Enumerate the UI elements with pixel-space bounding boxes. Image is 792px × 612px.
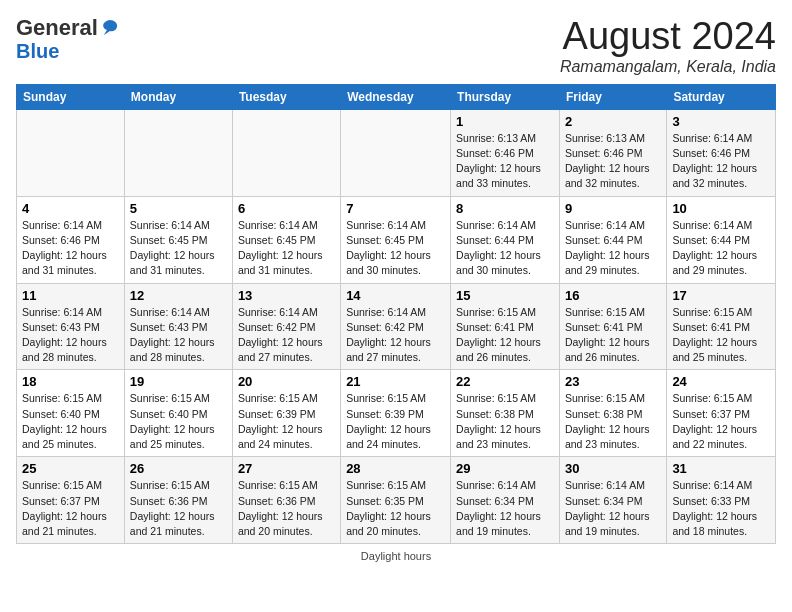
col-header-thursday: Thursday: [451, 84, 560, 109]
day-info: Sunrise: 6:15 AM Sunset: 6:39 PM Dayligh…: [238, 391, 335, 452]
day-number: 17: [672, 288, 770, 303]
calendar-cell: 5Sunrise: 6:14 AM Sunset: 6:45 PM Daylig…: [124, 196, 232, 283]
day-info: Sunrise: 6:15 AM Sunset: 6:40 PM Dayligh…: [22, 391, 119, 452]
calendar-table: SundayMondayTuesdayWednesdayThursdayFrid…: [16, 84, 776, 544]
day-info: Sunrise: 6:14 AM Sunset: 6:45 PM Dayligh…: [346, 218, 445, 279]
calendar-cell: 4Sunrise: 6:14 AM Sunset: 6:46 PM Daylig…: [17, 196, 125, 283]
calendar-cell: 26Sunrise: 6:15 AM Sunset: 6:36 PM Dayli…: [124, 457, 232, 544]
calendar-cell: 21Sunrise: 6:15 AM Sunset: 6:39 PM Dayli…: [341, 370, 451, 457]
calendar-cell: 1Sunrise: 6:13 AM Sunset: 6:46 PM Daylig…: [451, 109, 560, 196]
day-number: 29: [456, 461, 554, 476]
calendar-cell: 27Sunrise: 6:15 AM Sunset: 6:36 PM Dayli…: [232, 457, 340, 544]
day-info: Sunrise: 6:14 AM Sunset: 6:34 PM Dayligh…: [456, 478, 554, 539]
calendar-week-5: 25Sunrise: 6:15 AM Sunset: 6:37 PM Dayli…: [17, 457, 776, 544]
calendar-cell: 9Sunrise: 6:14 AM Sunset: 6:44 PM Daylig…: [559, 196, 666, 283]
day-info: Sunrise: 6:14 AM Sunset: 6:46 PM Dayligh…: [22, 218, 119, 279]
day-number: 21: [346, 374, 445, 389]
day-number: 19: [130, 374, 227, 389]
day-info: Sunrise: 6:15 AM Sunset: 6:41 PM Dayligh…: [456, 305, 554, 366]
day-number: 24: [672, 374, 770, 389]
calendar-cell: 2Sunrise: 6:13 AM Sunset: 6:46 PM Daylig…: [559, 109, 666, 196]
day-info: Sunrise: 6:15 AM Sunset: 6:37 PM Dayligh…: [22, 478, 119, 539]
calendar-week-4: 18Sunrise: 6:15 AM Sunset: 6:40 PM Dayli…: [17, 370, 776, 457]
day-number: 23: [565, 374, 661, 389]
calendar-cell: 28Sunrise: 6:15 AM Sunset: 6:35 PM Dayli…: [341, 457, 451, 544]
calendar-cell: 3Sunrise: 6:14 AM Sunset: 6:46 PM Daylig…: [667, 109, 776, 196]
day-info: Sunrise: 6:13 AM Sunset: 6:46 PM Dayligh…: [565, 131, 661, 192]
day-info: Sunrise: 6:14 AM Sunset: 6:34 PM Dayligh…: [565, 478, 661, 539]
day-number: 4: [22, 201, 119, 216]
calendar-cell: 6Sunrise: 6:14 AM Sunset: 6:45 PM Daylig…: [232, 196, 340, 283]
calendar-cell: 25Sunrise: 6:15 AM Sunset: 6:37 PM Dayli…: [17, 457, 125, 544]
day-info: Sunrise: 6:14 AM Sunset: 6:46 PM Dayligh…: [672, 131, 770, 192]
day-info: Sunrise: 6:15 AM Sunset: 6:41 PM Dayligh…: [565, 305, 661, 366]
calendar-cell: 15Sunrise: 6:15 AM Sunset: 6:41 PM Dayli…: [451, 283, 560, 370]
calendar-cell: 11Sunrise: 6:14 AM Sunset: 6:43 PM Dayli…: [17, 283, 125, 370]
calendar-cell: 7Sunrise: 6:14 AM Sunset: 6:45 PM Daylig…: [341, 196, 451, 283]
day-number: 18: [22, 374, 119, 389]
calendar-cell: 8Sunrise: 6:14 AM Sunset: 6:44 PM Daylig…: [451, 196, 560, 283]
day-number: 15: [456, 288, 554, 303]
day-info: Sunrise: 6:14 AM Sunset: 6:44 PM Dayligh…: [672, 218, 770, 279]
col-header-friday: Friday: [559, 84, 666, 109]
day-number: 12: [130, 288, 227, 303]
day-number: 27: [238, 461, 335, 476]
day-number: 9: [565, 201, 661, 216]
day-number: 10: [672, 201, 770, 216]
day-number: 6: [238, 201, 335, 216]
day-info: Sunrise: 6:13 AM Sunset: 6:46 PM Dayligh…: [456, 131, 554, 192]
day-number: 14: [346, 288, 445, 303]
day-number: 26: [130, 461, 227, 476]
day-info: Sunrise: 6:15 AM Sunset: 6:38 PM Dayligh…: [565, 391, 661, 452]
calendar-cell: [341, 109, 451, 196]
col-header-saturday: Saturday: [667, 84, 776, 109]
day-info: Sunrise: 6:14 AM Sunset: 6:44 PM Dayligh…: [456, 218, 554, 279]
day-info: Sunrise: 6:15 AM Sunset: 6:38 PM Dayligh…: [456, 391, 554, 452]
day-number: 1: [456, 114, 554, 129]
calendar-cell: 13Sunrise: 6:14 AM Sunset: 6:42 PM Dayli…: [232, 283, 340, 370]
day-info: Sunrise: 6:14 AM Sunset: 6:44 PM Dayligh…: [565, 218, 661, 279]
calendar-header-row: SundayMondayTuesdayWednesdayThursdayFrid…: [17, 84, 776, 109]
day-number: 13: [238, 288, 335, 303]
day-number: 5: [130, 201, 227, 216]
logo-general: General: [16, 16, 98, 40]
location: Ramamangalam, Kerala, India: [560, 58, 776, 76]
day-number: 2: [565, 114, 661, 129]
calendar-cell: 14Sunrise: 6:14 AM Sunset: 6:42 PM Dayli…: [341, 283, 451, 370]
footer: Daylight hours: [16, 550, 776, 562]
calendar-cell: 24Sunrise: 6:15 AM Sunset: 6:37 PM Dayli…: [667, 370, 776, 457]
calendar-week-2: 4Sunrise: 6:14 AM Sunset: 6:46 PM Daylig…: [17, 196, 776, 283]
calendar-cell: 20Sunrise: 6:15 AM Sunset: 6:39 PM Dayli…: [232, 370, 340, 457]
calendar-cell: [124, 109, 232, 196]
calendar-cell: 19Sunrise: 6:15 AM Sunset: 6:40 PM Dayli…: [124, 370, 232, 457]
day-number: 31: [672, 461, 770, 476]
col-header-wednesday: Wednesday: [341, 84, 451, 109]
calendar-cell: 12Sunrise: 6:14 AM Sunset: 6:43 PM Dayli…: [124, 283, 232, 370]
calendar-cell: 29Sunrise: 6:14 AM Sunset: 6:34 PM Dayli…: [451, 457, 560, 544]
calendar-cell: 30Sunrise: 6:14 AM Sunset: 6:34 PM Dayli…: [559, 457, 666, 544]
calendar-cell: 10Sunrise: 6:14 AM Sunset: 6:44 PM Dayli…: [667, 196, 776, 283]
calendar-cell: 23Sunrise: 6:15 AM Sunset: 6:38 PM Dayli…: [559, 370, 666, 457]
month-title: August 2024: [560, 16, 776, 58]
day-info: Sunrise: 6:15 AM Sunset: 6:36 PM Dayligh…: [238, 478, 335, 539]
day-info: Sunrise: 6:14 AM Sunset: 6:43 PM Dayligh…: [130, 305, 227, 366]
calendar-cell: [17, 109, 125, 196]
page-header: General Blue August 2024 Ramamangalam, K…: [16, 16, 776, 76]
day-number: 8: [456, 201, 554, 216]
day-number: 11: [22, 288, 119, 303]
title-area: August 2024 Ramamangalam, Kerala, India: [560, 16, 776, 76]
calendar-cell: 17Sunrise: 6:15 AM Sunset: 6:41 PM Dayli…: [667, 283, 776, 370]
col-header-sunday: Sunday: [17, 84, 125, 109]
calendar-week-3: 11Sunrise: 6:14 AM Sunset: 6:43 PM Dayli…: [17, 283, 776, 370]
col-header-monday: Monday: [124, 84, 232, 109]
day-number: 30: [565, 461, 661, 476]
day-info: Sunrise: 6:14 AM Sunset: 6:42 PM Dayligh…: [346, 305, 445, 366]
day-info: Sunrise: 6:14 AM Sunset: 6:42 PM Dayligh…: [238, 305, 335, 366]
calendar-cell: 16Sunrise: 6:15 AM Sunset: 6:41 PM Dayli…: [559, 283, 666, 370]
day-info: Sunrise: 6:15 AM Sunset: 6:39 PM Dayligh…: [346, 391, 445, 452]
calendar-week-1: 1Sunrise: 6:13 AM Sunset: 6:46 PM Daylig…: [17, 109, 776, 196]
day-info: Sunrise: 6:15 AM Sunset: 6:35 PM Dayligh…: [346, 478, 445, 539]
calendar-cell: 22Sunrise: 6:15 AM Sunset: 6:38 PM Dayli…: [451, 370, 560, 457]
logo-blue: Blue: [16, 40, 59, 62]
day-info: Sunrise: 6:15 AM Sunset: 6:37 PM Dayligh…: [672, 391, 770, 452]
